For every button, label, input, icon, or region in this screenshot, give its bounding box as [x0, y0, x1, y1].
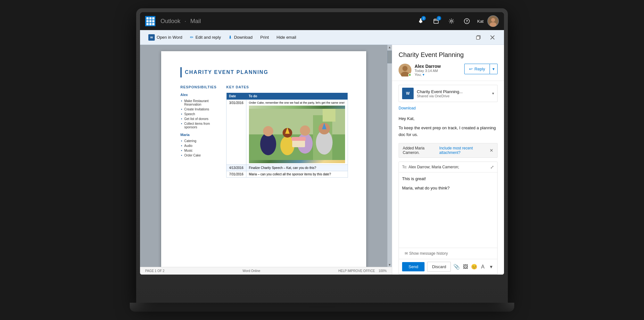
compose-line3: Maria, what do you think? — [402, 185, 494, 192]
email-download-link[interactable]: Download — [392, 106, 504, 113]
sender-name: Alex Darrow — [415, 64, 461, 69]
discard-button[interactable]: Discard — [427, 262, 451, 272]
compose-recipients: Alex Darrow; Maria Cameron; — [409, 165, 490, 169]
restore-button[interactable] — [472, 31, 485, 44]
hide-email-button[interactable]: Hide email — [273, 33, 299, 42]
scroll-up[interactable]: ▲ — [387, 45, 392, 49]
attachment-expand-icon[interactable]: ▾ — [492, 91, 494, 96]
svg-rect-19 — [323, 109, 335, 122]
list-item: Audio — [180, 143, 217, 148]
svg-rect-31 — [292, 137, 306, 141]
text-format-button[interactable]: A — [480, 262, 486, 271]
dates-table: Date To do 3/31/2016 — [226, 93, 348, 178]
reply-dropdown-button[interactable]: ▾ — [490, 64, 498, 74]
list-item: Collect items from sponsors — [180, 121, 217, 130]
svg-point-10 — [491, 18, 495, 22]
table-row: 3/31/2016 Order Cake, remember the one w… — [227, 100, 348, 165]
scrollbar[interactable]: ▲ ▼ — [387, 45, 392, 267]
list-item: Get list of donors — [180, 116, 217, 121]
page-info: PAGE 1 OF 2 — [145, 269, 164, 273]
table-header-date: Date — [227, 93, 246, 100]
notification-close-button[interactable]: ✕ — [490, 148, 493, 153]
compose-body[interactable]: This is great! Maria, what do you think? — [399, 172, 497, 248]
email-body-line3: To keep the event prep on track, I creat… — [399, 125, 498, 138]
calendar-button[interactable]: 1 — [430, 15, 442, 28]
email-body: Hey Kat, To keep the event prep on track… — [392, 113, 504, 140]
toolbar: W Open in Word ✏ Edit and reply ⬇ Downlo… — [140, 30, 504, 45]
notification-link[interactable]: Include most recent attachment? — [439, 146, 487, 155]
help-info: HELP IMPROVE OFFICE 100% — [338, 269, 387, 273]
attachment-card[interactable]: W Charity Event Planning... Shared via O… — [399, 85, 498, 102]
attachment-info: Charity Event Planning... Shared via One… — [417, 89, 489, 98]
table-cell-task: Finalize Charity Speech – Kat, can you d… — [246, 165, 348, 171]
compose-line1: This is great! — [402, 176, 494, 182]
more-options-button[interactable]: ▾ — [488, 262, 494, 271]
waffle-icon — [146, 17, 154, 25]
open-word-button[interactable]: W Open in Word — [145, 32, 186, 43]
table-cell-date: 4/13/2016 — [227, 165, 246, 171]
list-item: Catering — [180, 139, 217, 143]
scroll-down[interactable]: ▼ — [387, 262, 392, 267]
document-scroll-area[interactable]: CHARITY EVENT PLANNING RESPONSIBILTIES A… — [140, 45, 387, 267]
send-button[interactable]: Send — [402, 262, 425, 271]
attachment-sub: Shared via OneDrive — [417, 94, 489, 98]
list-item: Make Restaurant Reservation — [180, 99, 217, 107]
svg-point-11 — [490, 22, 496, 27]
list-item: Order Cake — [180, 153, 217, 158]
compose-to-row: To: Alex Darrow; Maria Cameron; ⤢ — [399, 162, 497, 172]
notification-text: Added Maria Cameron. — [403, 146, 437, 155]
notifications-badge: 2 — [421, 16, 426, 20]
pencil-icon: ✏ — [190, 35, 194, 40]
help-button[interactable]: ? — [460, 15, 473, 28]
online-indicator — [408, 73, 411, 76]
key-dates-column: KEY DATES Date To do — [226, 85, 348, 178]
word-icon: W — [148, 34, 155, 41]
svg-rect-1 — [420, 22, 421, 23]
user-name: Kat — [477, 19, 483, 24]
close-button[interactable] — [486, 31, 499, 44]
document-title: CHARITY EVENT PLANNING — [185, 69, 268, 75]
emoji-button[interactable]: 😊 — [471, 262, 477, 271]
reply-button[interactable]: ↩ Reply — [464, 64, 490, 74]
compose-footer: ✉ Show message history — [399, 248, 497, 259]
edit-reply-button[interactable]: ✏ Edit and reply — [187, 33, 224, 42]
title-icons: 2 1 ? Kat — [414, 15, 499, 28]
responsibilities-heading: RESPONSIBILTIES — [180, 85, 217, 89]
list-item: Speech — [180, 112, 217, 116]
scrollbar-thumb[interactable] — [387, 51, 392, 63]
svg-rect-13 — [476, 36, 480, 39]
svg-point-33 — [402, 66, 408, 71]
message-icon: ✉ — [405, 251, 408, 256]
person-alex: Alex — [180, 93, 217, 97]
svg-point-25 — [300, 125, 310, 136]
responsibilities-column: RESPONSIBILTIES Alex Make Restaurant Res… — [180, 85, 217, 178]
list-item: Music — [180, 148, 217, 153]
notifications-button[interactable]: 2 — [414, 15, 427, 28]
sender-info: Alex Darrow Today 3:14 AM You; ▾ — [415, 64, 461, 77]
table-cell-task: Maria – can you collect all the sponsor … — [246, 171, 348, 178]
reply-notification: Added Maria Cameron. Include most recent… — [399, 143, 498, 158]
calendar-badge: 1 — [437, 16, 441, 20]
download-button[interactable]: ⬇ Download — [225, 33, 256, 42]
key-dates-heading: KEY DATES — [226, 85, 348, 89]
to-label: To: — [402, 165, 407, 169]
compose-expand-icon[interactable]: ⤢ — [490, 164, 494, 170]
insert-image-button[interactable]: 🖼 — [462, 262, 468, 271]
email-subject: Charity Event Planning — [399, 51, 498, 59]
show-history-button[interactable]: ✉ Show message history — [401, 250, 451, 257]
document-page: CHARITY EVENT PLANNING RESPONSIBILTIES A… — [161, 51, 366, 267]
email-body-line1: Hey Kat, — [399, 116, 498, 122]
settings-button[interactable] — [445, 15, 458, 28]
table-header-todo: To do — [246, 93, 348, 100]
user-avatar[interactable] — [487, 15, 499, 27]
person-maria: Maria — [180, 133, 217, 137]
compose-actions: Send Discard 📎 🖼 😊 A ▾ — [399, 259, 497, 274]
title-bar: Outlook · Mail 2 1 — [140, 12, 504, 30]
app-info: Word Online — [243, 269, 260, 273]
waffle-menu-button[interactable] — [145, 16, 155, 26]
table-row: 4/13/2016 Finalize Charity Speech – Kat,… — [227, 165, 348, 171]
attach-file-button[interactable]: 📎 — [453, 262, 460, 271]
print-button[interactable]: Print — [257, 33, 272, 42]
table-cell-task: Order Cake, remember the one we had at t… — [246, 100, 348, 165]
expand-recipients[interactable]: ▾ — [423, 73, 425, 76]
